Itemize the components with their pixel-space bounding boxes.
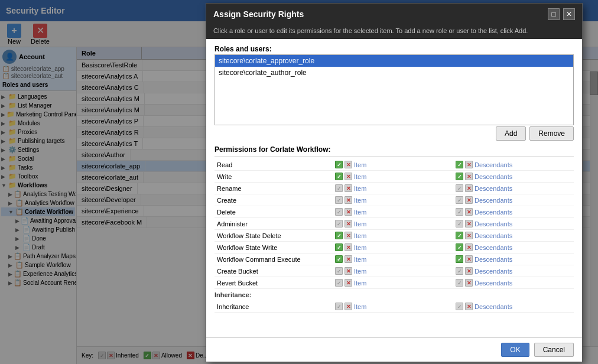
perm-name-rename: Rename <box>214 183 333 194</box>
perm-desc-create-bucket[interactable]: ✓ ✕ Descendants <box>453 265 574 277</box>
perm-desc-rename[interactable]: ✓ ✕ Descendants <box>453 183 574 194</box>
wf-state-write-desc-check: ✓ <box>456 243 463 251</box>
administer-item-check: ✓ <box>335 220 343 228</box>
inheritance-item[interactable]: ✓ ✕ Item <box>333 301 453 313</box>
roles-buttons: Add Remove <box>214 126 574 141</box>
perm-desc-revert-bucket[interactable]: ✓ ✕ Descendants <box>453 277 574 289</box>
inheritance-section: Inheritance: Inheritance ✓ ✕ Item ✓ ✕ De… <box>214 291 574 313</box>
rename-item-check: ✓ <box>335 184 343 192</box>
perm-desc-delete[interactable]: ✓ ✕ Descendants <box>453 206 574 218</box>
remove-button[interactable]: Remove <box>529 126 574 141</box>
wf-cmd-exec-desc-x: ✕ <box>465 255 473 263</box>
perm-desc-wf-state-delete[interactable]: ✓ ✕ Descendants <box>453 230 574 242</box>
wf-state-delete-item-x: ✕ <box>344 232 352 239</box>
perm-name-administer: Administer <box>214 218 333 230</box>
perm-name-create-bucket: Create Bucket <box>214 265 333 277</box>
dialog-subtitle: Click a role or user to edit its permiss… <box>206 25 582 39</box>
permissions-list[interactable]: Read ✓ ✕ Item ✓ ✕ Descendants Write ✓ <box>214 159 574 332</box>
inheritance-desc[interactable]: ✓ ✕ Descendants <box>453 301 574 313</box>
create-bucket-desc-x: ✕ <box>465 267 473 275</box>
read-item-check: ✓ <box>335 161 343 168</box>
perm-name-wf-cmd-exec: Workflow Command Execute <box>214 254 333 265</box>
perm-item-delete[interactable]: ✓ ✕ Item <box>333 206 453 218</box>
delete-desc-x: ✕ <box>465 208 473 216</box>
revert-bucket-item-check: ✓ <box>335 279 343 287</box>
roles-listbox-item-approver[interactable]: sitecore\corlate_approver_role <box>215 55 573 67</box>
perm-desc-read[interactable]: ✓ ✕ Descendants <box>453 159 574 171</box>
perm-item-wf-state-delete[interactable]: ✓ ✕ Item <box>333 230 453 242</box>
rename-desc-check: ✓ <box>456 184 463 192</box>
cancel-button[interactable]: Cancel <box>534 343 574 357</box>
dialog-maximize-button[interactable]: □ <box>548 8 560 20</box>
permissions-title: Permissions for Corlate Workflow: <box>214 145 574 157</box>
delete-item-check: ✓ <box>335 208 343 216</box>
add-button[interactable]: Add <box>496 126 526 141</box>
perm-item-write[interactable]: ✓ ✕ Item <box>333 171 453 183</box>
delete-desc-check: ✓ <box>456 208 463 216</box>
dialog-close-button[interactable]: ✕ <box>563 8 575 20</box>
roles-label: Roles and users: <box>214 45 574 53</box>
read-desc-check: ✓ <box>456 161 463 168</box>
permissions-section: Permissions for Corlate Workflow: Read ✓… <box>214 145 574 332</box>
perm-name-delete: Delete <box>214 206 333 218</box>
wf-cmd-exec-item-check: ✓ <box>335 255 343 263</box>
perm-item-administer[interactable]: ✓ ✕ Item <box>333 218 453 230</box>
wf-cmd-exec-item-x: ✕ <box>344 255 352 263</box>
read-item-x: ✕ <box>344 161 352 168</box>
inheritance-grid: Inheritance ✓ ✕ Item ✓ ✕ Descendants <box>214 301 574 313</box>
wf-state-delete-desc-x: ✕ <box>465 232 473 239</box>
perm-item-rename[interactable]: ✓ ✕ Item <box>333 183 453 194</box>
inheritance-item-check: ✓ <box>335 303 343 310</box>
wf-state-write-desc-x: ✕ <box>465 243 473 251</box>
create-bucket-item-check: ✓ <box>335 267 343 275</box>
wf-state-write-item-check: ✓ <box>335 243 343 251</box>
perm-name-revert-bucket: Revert Bucket <box>214 277 333 289</box>
create-bucket-item-x: ✕ <box>344 267 352 275</box>
roles-section: Roles and users: sitecore\corlate_approv… <box>214 45 574 141</box>
delete-item-x: ✕ <box>344 208 352 216</box>
perm-name-read: Read <box>214 159 333 171</box>
permissions-grid: Read ✓ ✕ Item ✓ ✕ Descendants Write ✓ <box>214 159 574 289</box>
dialog-title-bar: Assign Security Rights □ ✕ <box>206 4 582 25</box>
revert-bucket-desc-check: ✓ <box>456 279 463 287</box>
administer-item-x: ✕ <box>344 220 352 228</box>
write-item-check: ✓ <box>335 173 343 180</box>
write-desc-x: ✕ <box>465 173 473 180</box>
perm-name-wf-state-write: Workflow State Write <box>214 242 333 254</box>
perm-item-wf-state-write[interactable]: ✓ ✕ Item <box>333 242 453 254</box>
perm-item-wf-cmd-exec[interactable]: ✓ ✕ Item <box>333 254 453 265</box>
dialog-title-controls: □ ✕ <box>548 8 575 20</box>
assign-security-dialog: Assign Security Rights □ ✕ Click a role … <box>206 3 583 362</box>
inheritance-label: Inheritance: <box>214 291 574 298</box>
perm-desc-write[interactable]: ✓ ✕ Descendants <box>453 171 574 183</box>
inheritance-desc-x: ✕ <box>465 303 473 310</box>
wf-state-delete-desc-check: ✓ <box>456 232 463 239</box>
roles-listbox-item-author[interactable]: sitecore\corlate_author_role <box>215 67 573 79</box>
perm-item-read[interactable]: ✓ ✕ Item <box>333 159 453 171</box>
perm-desc-administer[interactable]: ✓ ✕ Descendants <box>453 218 574 230</box>
dialog-subtitle-text: Click a role or user to edit its permiss… <box>213 27 528 34</box>
rename-item-x: ✕ <box>344 184 352 192</box>
inheritance-item-x: ✕ <box>344 303 352 310</box>
create-desc-x: ✕ <box>465 196 473 204</box>
wf-state-delete-item-check: ✓ <box>335 232 343 239</box>
perm-desc-wf-cmd-exec[interactable]: ✓ ✕ Descendants <box>453 254 574 265</box>
inheritance-desc-check: ✓ <box>456 303 463 310</box>
revert-bucket-desc-x: ✕ <box>465 279 473 287</box>
perm-name-write: Write <box>214 171 333 183</box>
dialog-title: Assign Security Rights <box>213 9 304 19</box>
wf-cmd-exec-desc-check: ✓ <box>456 255 463 263</box>
perm-item-create-bucket[interactable]: ✓ ✕ Item <box>333 265 453 277</box>
administer-desc-check: ✓ <box>456 220 463 228</box>
perm-desc-create[interactable]: ✓ ✕ Descendants <box>453 194 574 206</box>
perm-desc-wf-state-write[interactable]: ✓ ✕ Descendants <box>453 242 574 254</box>
perm-item-revert-bucket[interactable]: ✓ ✕ Item <box>333 277 453 289</box>
wf-state-write-item-x: ✕ <box>344 243 352 251</box>
write-item-x: ✕ <box>344 173 352 180</box>
perm-item-create[interactable]: ✓ ✕ Item <box>333 194 453 206</box>
inheritance-name: Inheritance <box>214 301 333 313</box>
ok-button[interactable]: OK <box>501 343 529 357</box>
roles-listbox[interactable]: sitecore\corlate_approver_role sitecore\… <box>214 54 574 125</box>
revert-bucket-item-x: ✕ <box>344 279 352 287</box>
dialog-body: Roles and users: sitecore\corlate_approv… <box>206 39 582 337</box>
